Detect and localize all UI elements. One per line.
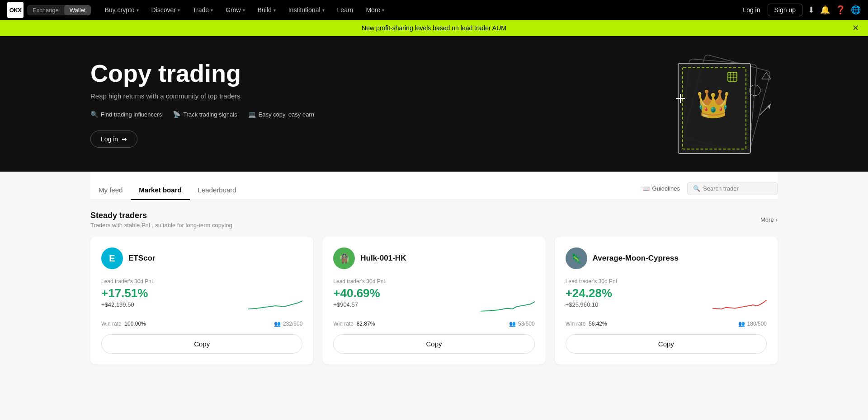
pnl-chart [712,293,767,315]
login-button[interactable]: Log in [741,6,762,14]
search-trader-box[interactable]: 🔍 [687,182,778,195]
avatar: 🧌 [333,247,355,269]
copy-button-hulk[interactable]: Copy [333,334,534,354]
pnl-label: Lead trader's 30d PnL [566,278,619,285]
pnl-value: +17.51% [101,286,155,300]
search-trader-input[interactable] [703,185,772,192]
section-title-block: Steady traders Traders with stable PnL, … [90,211,232,229]
logo[interactable]: OKX [7,2,24,18]
search-icon: 🔍 [90,111,98,118]
nav-institutional[interactable]: Institutional ▾ [282,0,331,20]
tabs-container: My feed Market board Leaderboard [90,181,642,200]
wallet-toggle-btn[interactable]: Wallet [64,5,91,15]
logo-text: OKX [9,7,22,14]
trader-card-hulk: 🧌 Hulk-001-HK Lead trader's 30d PnL +40.… [322,237,545,364]
trader-card-header: E ETScor [101,247,302,269]
navbar: OKX Exchange Wallet Buy crypto ▾ Discove… [0,0,868,20]
guidelines-button[interactable]: 📖 Guidelines [642,185,680,192]
pnl-chart-area [712,293,767,315]
nav-discover[interactable]: Discover ▾ [145,0,186,20]
notification-icon[interactable]: 🔔 [820,5,830,15]
chevron-right-icon: › [776,216,778,223]
globe-icon[interactable]: 🌐 [851,5,861,15]
copiers-count: 👥 180/500 [738,321,767,327]
hero-section: Copy trading Reap high returns with a co… [0,36,868,172]
copy-button-average-moon-cypress[interactable]: Copy [566,334,767,354]
exchange-toggle-btn[interactable]: Exchange [27,5,64,15]
pnl-value: +40.69% [333,286,387,300]
signup-button[interactable]: Sign up [768,4,802,16]
win-rate-label: Win rate 100.00% [101,321,146,327]
nav-more[interactable]: More ▾ [359,0,391,20]
trader-main: Lead trader's 30d PnL +17.51% +$42,199.5… [101,278,302,315]
book-icon: 📖 [642,185,650,192]
section-more-button[interactable]: More › [760,216,778,223]
avatar: E [101,247,123,269]
avatar: 🦎 [566,247,587,269]
chevron-down-icon: ▾ [243,8,245,13]
announcement-close-button[interactable]: ✕ [852,23,859,33]
chevron-down-icon: ▾ [274,8,276,13]
trader-pnl-block: Lead trader's 30d PnL +40.69% +$904.57 [333,278,387,315]
copiers-count: 👥 232/500 [274,321,302,327]
tab-market-board[interactable]: Market board [131,181,189,200]
trader-cards-grid: E ETScor Lead trader's 30d PnL +17.51% +… [90,237,778,364]
main-content: My feed Market board Leaderboard 📖 Guide… [0,172,868,420]
download-icon[interactable]: ⬇ [808,5,815,15]
signal-icon: 📡 [173,111,180,118]
pnl-label: Lead trader's 30d PnL [101,278,155,285]
nav-links: Buy crypto ▾ Discover ▾ Trade ▾ Grow ▾ B… [98,0,741,20]
nav-build[interactable]: Build ▾ [251,0,282,20]
chevron-down-icon: ▾ [178,8,180,13]
hero-features: 🔍 Find trading influencers 📡 Track tradi… [90,111,314,118]
nav-grow[interactable]: Grow ▾ [219,0,251,20]
circle-arrow-icon: ➡ [122,135,127,143]
pnl-usd: +$42,199.50 [101,301,155,308]
trader-name: Hulk-001-HK [360,254,406,263]
trader-main: Lead trader's 30d PnL +40.69% +$904.57 [333,278,534,315]
hero-title: Copy trading [90,60,314,87]
announcement-bar: New profit-sharing levels based on lead … [0,20,868,36]
svg-marker-15 [768,104,771,109]
trader-pnl-block: Lead trader's 30d PnL +17.51% +$42,199.5… [101,278,155,315]
svg-text:👑: 👑 [696,88,730,120]
trader-pnl-block: Lead trader's 30d PnL +24.28% +$25,960.1… [566,278,619,315]
trader-card-header: 🧌 Hulk-001-HK [333,247,534,269]
tab-leaderboard[interactable]: Leaderboard [190,181,245,200]
trader-card-etscor: E ETScor Lead trader's 30d PnL +17.51% +… [90,237,313,364]
trader-stats-row: Win rate 82.87% 👥 53/500 [333,321,534,327]
trader-main: Lead trader's 30d PnL +24.28% +$25,960.1… [566,278,767,315]
steady-traders-section-header: Steady traders Traders with stable PnL, … [90,211,778,229]
tabs-row: My feed Market board Leaderboard 📖 Guide… [90,172,778,200]
trader-card-header: 🦎 Average-Moon-Cypress [566,247,767,269]
section-subtitle: Traders with stable PnL, suitable for lo… [90,222,232,229]
pnl-label: Lead trader's 30d PnL [333,278,387,285]
exchange-wallet-toggle: Exchange Wallet [27,5,91,15]
nav-learn[interactable]: Learn [331,0,360,20]
pnl-chart-area [481,293,535,315]
trader-name: Average-Moon-Cypress [593,254,679,263]
nav-trade[interactable]: Trade ▾ [186,0,219,20]
hero-content: Copy trading Reap high returns with a co… [90,60,314,148]
nav-buy-crypto[interactable]: Buy crypto ▾ [98,0,145,20]
logo-box: OKX [7,2,24,18]
help-icon[interactable]: ❓ [835,5,845,15]
hero-illustration: 👑 [651,45,796,163]
trader-stats-row: Win rate 56.42% 👥 180/500 [566,321,767,327]
copy-button-etscor[interactable]: Copy [101,334,302,354]
chevron-down-icon: ▾ [382,8,384,13]
announcement-text: New profit-sharing levels based on lead … [362,24,506,32]
pnl-chart-area [248,293,302,315]
people-icon: 👥 [509,321,516,327]
trader-name: ETScor [128,254,156,263]
win-rate-label: Win rate 82.87% [333,321,375,327]
chevron-down-icon: ▾ [211,8,213,13]
search-icon: 🔍 [693,185,700,192]
hero-subtitle: Reap high returns with a community of to… [90,92,314,100]
pnl-usd: +$25,960.10 [566,301,619,308]
hero-login-button[interactable]: Log in ➡ [90,131,137,148]
content-area: Steady traders Traders with stable PnL, … [90,200,778,375]
people-icon: 👥 [274,321,281,327]
tab-my-feed[interactable]: My feed [90,181,131,200]
trader-card-average-moon-cypress: 🦎 Average-Moon-Cypress Lead trader's 30d… [555,237,778,364]
